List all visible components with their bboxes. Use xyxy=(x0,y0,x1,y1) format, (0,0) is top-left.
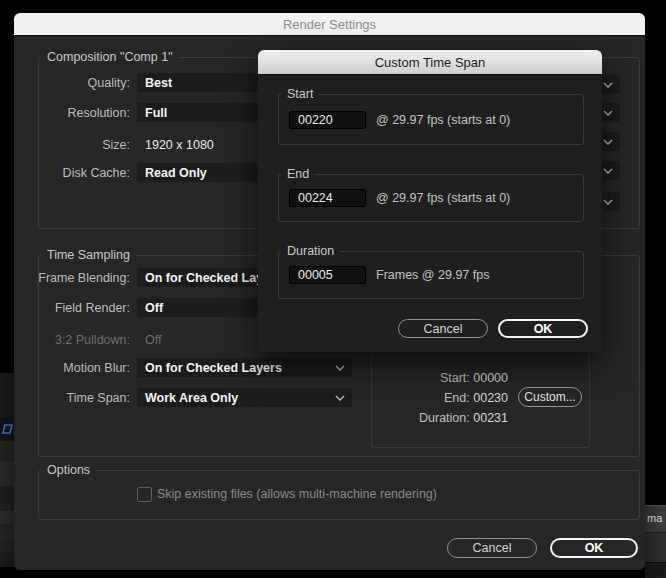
dialog-title: Render Settings xyxy=(283,17,376,32)
motion-blur-dropdown[interactable]: On for Checked Layers xyxy=(137,358,352,377)
ok-button-label: OK xyxy=(585,541,604,555)
end-group-legend: End xyxy=(281,167,315,181)
modal-title: Custom Time Span xyxy=(375,55,486,70)
start-fps-label: @ 29.97 fps (starts at 0) xyxy=(376,111,510,129)
mask-shape-tool-icon xyxy=(1,421,14,439)
custom-button-label: Custom... xyxy=(524,390,575,404)
duration-input[interactable] xyxy=(289,266,366,284)
cancel-button[interactable]: Cancel xyxy=(447,538,537,558)
background-strip xyxy=(645,532,666,562)
modal-cancel-button-label: Cancel xyxy=(424,322,463,336)
background-strip xyxy=(0,553,14,567)
field-render-label: Field Render: xyxy=(34,301,137,315)
background-clipped-text: ma xyxy=(645,505,666,532)
start-input[interactable] xyxy=(289,111,366,129)
pulldown-row: 3:2 Pulldown: Off xyxy=(34,330,161,349)
modal-ok-button-label: OK xyxy=(534,322,553,336)
background-strip xyxy=(0,511,14,524)
custom-button[interactable]: Custom... xyxy=(518,387,582,407)
resolution-label: Resolution: xyxy=(34,106,137,120)
size-row: Size: 1920 x 1080 xyxy=(34,135,214,154)
background-strip xyxy=(0,441,14,462)
duration-fps-label: Frames @ 29.97 fps xyxy=(376,266,489,284)
duration-group-legend: Duration xyxy=(281,244,340,258)
pulldown-label: 3:2 Pulldown: xyxy=(34,333,137,347)
span-duration-value: 00231 xyxy=(473,411,508,425)
span-end-label: End: xyxy=(444,391,470,405)
skip-existing-files-label: Skip existing files (allows multi-machin… xyxy=(157,487,437,501)
span-start-label: Start: xyxy=(440,371,470,385)
background-right-panel: ma xyxy=(645,505,666,578)
end-fps-label: @ 29.97 fps (starts at 0) xyxy=(376,189,510,207)
background-strip xyxy=(0,462,14,486)
modal-cancel-button[interactable]: Cancel xyxy=(398,319,488,338)
field-render-value: Off xyxy=(145,301,163,315)
size-label: Size: xyxy=(34,138,137,152)
resolution-value: Full xyxy=(145,106,167,120)
chevron-down-icon xyxy=(603,139,613,145)
start-group: Start @ 29.97 fps (starts at 0) xyxy=(278,94,584,145)
span-start-value: 00000 xyxy=(473,371,508,385)
quality-value: Best xyxy=(145,76,172,90)
pulldown-value: Off xyxy=(137,333,161,347)
chevron-down-icon xyxy=(335,365,345,371)
motion-blur-label: Motion Blur: xyxy=(34,361,137,375)
motion-blur-row: Motion Blur: On for Checked Layers xyxy=(34,358,352,377)
background-strip xyxy=(0,373,14,417)
background-strip xyxy=(645,562,666,578)
motion-blur-value: On for Checked Layers xyxy=(145,361,282,375)
chevron-down-icon xyxy=(603,110,613,116)
skip-existing-files-checkbox[interactable] xyxy=(137,487,152,502)
end-group: End @ 29.97 fps (starts at 0) xyxy=(278,174,584,222)
span-start-row: Start: 00000 xyxy=(440,371,508,385)
span-duration-row: Duration: 00231 xyxy=(419,411,508,425)
chevron-down-icon xyxy=(603,168,613,174)
custom-time-span-titlebar[interactable]: Custom Time Span xyxy=(258,50,602,75)
render-settings-titlebar[interactable]: Render Settings xyxy=(14,13,645,36)
modal-ok-button[interactable]: OK xyxy=(498,319,588,338)
span-end-value: 00230 xyxy=(473,391,508,405)
ok-button[interactable]: OK xyxy=(550,538,638,558)
frame-blending-label: Frame Blending: xyxy=(34,271,137,285)
duration-group: Duration Frames @ 29.97 fps xyxy=(278,251,584,299)
disk-cache-label: Disk Cache: xyxy=(34,166,137,180)
quality-label: Quality: xyxy=(34,76,137,90)
disk-cache-value: Read Only xyxy=(145,166,207,180)
end-input[interactable] xyxy=(289,189,366,207)
span-end-row: End: 00230 xyxy=(444,391,508,405)
time-span-label: Time Span: xyxy=(34,391,137,405)
options-group-legend: Options xyxy=(41,463,96,477)
background-strip xyxy=(0,486,14,511)
start-group-legend: Start xyxy=(281,87,319,101)
background-strip xyxy=(0,524,14,541)
background-left-panel xyxy=(0,0,14,578)
size-value: 1920 x 1080 xyxy=(137,138,214,152)
custom-time-span-dialog: Custom Time Span Start @ 29.97 fps (star… xyxy=(258,50,602,352)
background-strip xyxy=(0,541,14,553)
time-span-value: Work Area Only xyxy=(145,391,238,405)
chevron-down-icon xyxy=(335,395,345,401)
chevron-down-icon xyxy=(603,82,613,88)
time-span-dropdown[interactable]: Work Area Only xyxy=(137,388,352,407)
span-duration-label: Duration: xyxy=(419,411,470,425)
time-span-row: Time Span: Work Area Only xyxy=(34,388,352,407)
cancel-button-label: Cancel xyxy=(473,541,512,555)
composition-group-legend: Composition "Comp 1" xyxy=(41,50,179,64)
time-sampling-group-legend: Time Sampling xyxy=(41,248,136,262)
chevron-down-icon xyxy=(603,199,613,205)
